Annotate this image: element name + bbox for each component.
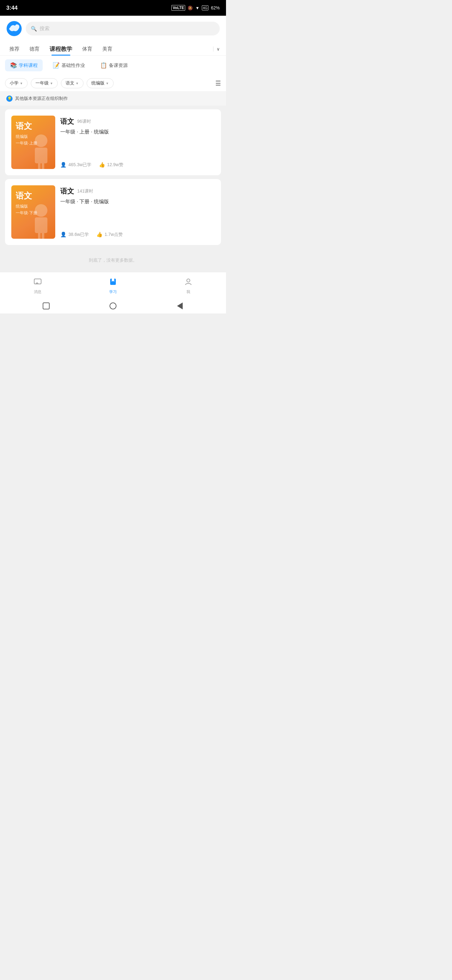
recent-apps-button[interactable] [42,302,51,310]
nav-tab-morality[interactable]: 德育 [25,43,44,55]
course-title-row-1: 语文 96课时 [60,117,215,126]
like-count-1: 👍 12.9w赞 [99,162,123,168]
chevron-icon-2: ▼ [50,82,53,85]
filter-edition[interactable]: 统编版 ▼ [87,78,114,88]
filter-school-level[interactable]: 小学 ▼ [5,78,28,88]
bottom-nav-study-label: 学习 [109,289,117,294]
info-banner-text: 其他版本资源正在组织制作 [15,96,68,102]
course-lessons-1: 96课时 [77,119,91,124]
battery-indicator: 62% [211,5,220,10]
course-subtitle-1: 一年级 · 上册 · 统编版 [60,129,215,135]
sub-nav-subject[interactable]: 📚 学科课程 [5,59,43,71]
nav-tabs: 推荐 德育 课程教学 体育 美育 ∨ [0,39,226,56]
like-icon-2: 👍 [96,231,103,237]
search-placeholder: 搜索 [40,25,49,32]
chevron-down-icon: ∨ [213,46,220,51]
subject-icon: 📚 [10,62,17,69]
signal-icon: 4G [202,5,208,10]
course-stats-1: 👤 465.3w已学 👍 12.9w赞 [60,162,215,168]
sub-nav-subject-label: 学科课程 [19,62,38,68]
status-time: 3:44 [6,5,17,11]
cover-subtitle-1: 统编版 一年级·上册 [16,134,37,147]
nav-tab-recommend[interactable]: 推荐 [5,43,24,55]
svg-rect-3 [38,163,41,169]
mute-icon: 🔕 [188,6,193,10]
course-title-row-2: 语文 141课时 [60,186,215,196]
bottom-nav-message-label: 消息 [34,289,41,294]
svg-rect-7 [38,232,41,239]
course-info-1: 语文 96课时 一年级 · 上册 · 统编版 👤 465.3w已学 👍 12.9… [60,116,215,169]
home-button[interactable] [109,302,117,310]
course-cover-2: 语文 统编版 一年级·下册 [11,185,55,239]
nav-tab-curriculum[interactable]: 课程教学 [45,43,76,55]
filter-subject[interactable]: 语文 ▼ [61,78,84,88]
person-icon-2: 👤 [60,231,67,237]
course-title-2: 语文 [60,186,74,196]
chevron-icon-4: ▼ [106,82,109,85]
course-list: 语文 统编版 一年级·上册 语文 96课时 一年级 · 上册 · 统编版 👤 [0,105,226,249]
like-icon-1: 👍 [99,162,105,168]
info-icon: 💡 [6,95,13,102]
cover-subtitle-2: 统编版 一年级·下册 [16,203,37,216]
svg-rect-8 [42,232,44,239]
homework-icon: 📝 [53,62,60,69]
course-subtitle-2: 一年级 · 下册 · 统编版 [60,199,215,205]
volte-icon: VoLTE [171,5,185,11]
filter-menu-icon[interactable]: ☰ [215,80,221,87]
svg-point-11 [187,279,190,282]
search-icon: 🔍 [31,26,37,32]
app-logo[interactable] [6,21,22,37]
course-card-2[interactable]: 语文 统编版 一年级·下册 语文 141课时 一年级 · 下册 · 统编版 👤 [5,179,221,245]
back-button[interactable] [176,302,184,310]
nav-more-button[interactable]: ∨ [212,44,221,54]
profile-icon [184,277,193,288]
sub-nav-homework-label: 基础性作业 [62,62,85,68]
filter-bar: 小学 ▼ 一年级 ▼ 语文 ▼ 统编版 ▼ ☰ [0,75,226,92]
sub-nav-lesson-prep-label: 备课资源 [109,62,128,68]
sub-nav: 📚 学科课程 📝 基础性作业 📋 备课资源 [0,56,226,75]
nav-tab-sports[interactable]: 体育 [78,43,97,55]
message-icon [33,277,42,288]
sub-nav-lesson-prep[interactable]: 📋 备课资源 [95,59,133,71]
bottom-nav: 消息 学习 我 [0,272,226,298]
course-info-2: 语文 141课时 一年级 · 下册 · 统编版 👤 38.6w已学 👍 1.7w… [60,185,215,239]
study-count-1: 👤 465.3w已学 [60,162,91,168]
bottom-nav-profile[interactable]: 我 [178,276,199,296]
bottom-nav-message[interactable]: 消息 [27,276,48,296]
header: 🔍 搜索 [0,16,226,39]
system-nav [0,298,226,313]
study-count-2: 👤 38.6w已学 [60,231,89,237]
status-bar: 3:44 VoLTE 🔕 ▼ 4G 62% [0,0,226,16]
bottom-nav-profile-label: 我 [186,289,190,294]
course-title-1: 语文 [60,117,74,126]
filter-grade[interactable]: 一年级 ▼ [31,78,58,88]
sub-nav-homework[interactable]: 📝 基础性作业 [48,59,90,71]
course-stats-2: 👤 38.6w已学 👍 1.7w点赞 [60,231,215,237]
bottom-nav-study[interactable]: 学习 [102,276,124,296]
wifi-icon: ▼ [195,6,199,10]
course-cover-1: 语文 统编版 一年级·上册 [11,116,55,169]
course-lessons-2: 141课时 [77,188,93,194]
person-icon-1: 👤 [60,162,67,168]
info-banner: 💡 其他版本资源正在组织制作 [0,92,226,105]
svg-rect-6 [35,217,48,233]
cover-title-1: 语文 [16,121,32,132]
chevron-icon-3: ▼ [76,82,79,85]
cover-title-2: 语文 [16,190,32,201]
status-icons: VoLTE 🔕 ▼ 4G 62% [171,5,220,11]
course-card-1[interactable]: 语文 统编版 一年级·上册 语文 96课时 一年级 · 上册 · 统编版 👤 [5,109,221,175]
end-message: 到底了，没有更多数据。 [0,249,226,272]
search-bar[interactable]: 🔍 搜索 [26,22,220,35]
study-icon [109,277,117,288]
svg-rect-4 [42,163,44,169]
nav-tab-arts[interactable]: 美育 [98,43,117,55]
lesson-prep-icon: 📋 [100,62,107,69]
svg-rect-2 [35,148,48,163]
like-count-2: 👍 1.7w点赞 [96,231,123,237]
chevron-icon: ▼ [20,82,23,85]
